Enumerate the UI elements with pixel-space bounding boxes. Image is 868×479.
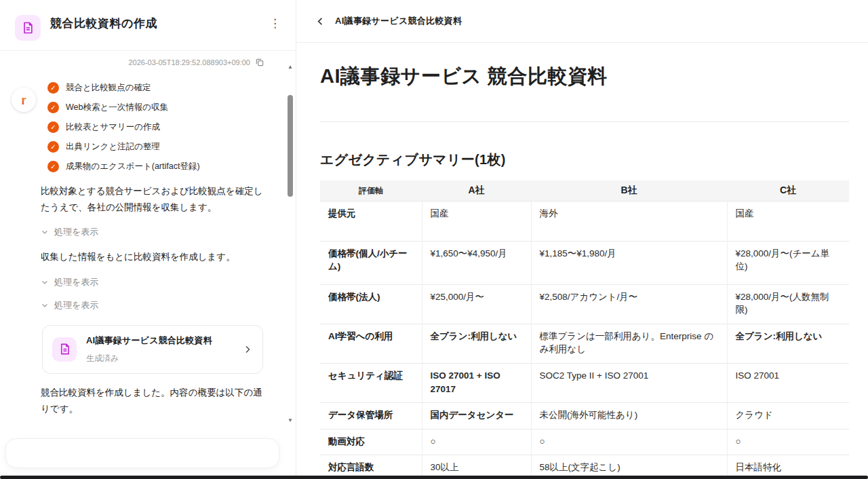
- artifact-viewer: AI議事録サービス競合比較資料 AI議事録サービス 競合比較資料 エグゼクティブ…: [296, 0, 868, 479]
- table-row: データ保管場所 国内データセンター 未公開(海外可能性あり) クラウド: [320, 403, 849, 429]
- check-icon: ✓: [47, 121, 59, 133]
- section-title: エグゼクティブサマリー(1枚): [320, 151, 849, 169]
- chat-input[interactable]: [5, 438, 279, 468]
- row-label: 価格帯(個人/小チーム): [320, 241, 422, 284]
- artifact-card[interactable]: AI議事録サービス競合比較資料 生成済み: [42, 325, 263, 374]
- agent-logo: r: [12, 88, 36, 112]
- chevron-down-icon: [41, 228, 49, 236]
- document-icon: [58, 343, 71, 356]
- left-scrollbar: ▲ ▼: [287, 65, 294, 422]
- cell-a: 国内データセンター: [422, 403, 531, 429]
- show-process-label: 処理を表示: [54, 276, 98, 288]
- check-icon: ✓: [47, 161, 59, 172]
- task-label: 成果物のエクスポート(artifact登録): [66, 161, 200, 172]
- agent-message: 比較対象とする競合サービスおよび比較観点を確定したうえで、各社の公開情報を収集し…: [41, 183, 263, 215]
- cell-b: SOC2 Type II + ISO 27001: [531, 363, 727, 402]
- artifact-status: 生成済み: [86, 353, 212, 364]
- cell-b: 標準プランは一部利用あり。Enterprise のみ利用なし: [531, 324, 727, 363]
- cell-c: ¥28,000/月〜(人数無制限): [727, 284, 849, 324]
- conversation-scroll-area: r ✓ 競合と比較観点の確定 ✓ Web検索と一次情報の収集 ✓ 比較表とサマリ…: [0, 70, 296, 417]
- row-label: AI学習への利用: [320, 324, 422, 363]
- window-bottom-edge: [0, 476, 868, 479]
- show-process-toggle[interactable]: 処理を表示: [41, 226, 296, 238]
- artifact-title: AI議事録サービス競合比較資料: [86, 334, 212, 347]
- copy-icon[interactable]: [255, 58, 264, 67]
- task-item: ✓ 成果物のエクスポート(artifact登録): [47, 161, 296, 172]
- timestamp: 2026-03-05T18:29:52.088903+09:00: [128, 58, 250, 66]
- task-item: ✓ 比較表とサマリーの作成: [47, 121, 296, 133]
- task-label: 競合と比較観点の確定: [66, 82, 151, 94]
- conversation-header: 競合比較資料の作成 ⋮: [0, 0, 296, 51]
- row-label: データ保管場所: [320, 403, 422, 429]
- cell-a: 国産: [422, 202, 531, 242]
- scrollbar-thumb[interactable]: [288, 95, 293, 197]
- cell-c: ¥28,000/月〜(チーム単位): [727, 241, 849, 284]
- page-title: AI議事録サービス 競合比較資料: [320, 63, 849, 90]
- divider: [320, 121, 849, 122]
- table-header-row: 評価軸 A社 B社 C社: [320, 180, 849, 202]
- task-checklist: ✓ 競合と比較観点の確定 ✓ Web検索と一次情報の収集 ✓ 比較表とサマリーの…: [47, 82, 296, 172]
- cell-c: 全プラン:利用しない: [727, 324, 849, 363]
- cell-a: ○: [422, 429, 531, 455]
- column-header: B社: [531, 180, 727, 202]
- back-chevron-icon[interactable]: [311, 12, 330, 31]
- task-item: ✓ 競合と比較観点の確定: [47, 82, 296, 94]
- comparison-table: 評価軸 A社 B社 C社 提供元 国産 海外 国産 価格帯(個人/小チーム): [320, 180, 849, 479]
- scroll-down-arrow-icon[interactable]: ▼: [287, 417, 294, 423]
- cell-a: 全プラン:利用しない: [422, 324, 531, 363]
- task-item: ✓ 出典リンクと注記の整理: [47, 141, 296, 153]
- cell-a: ISO 27001 + ISO 27017: [422, 363, 531, 402]
- app-window: 競合比較資料の作成 ⋮ 2026-03-05T18:29:52.088903+0…: [0, 0, 868, 479]
- cell-c: 国産: [727, 202, 849, 242]
- cell-b: ¥2,508/アカウント/月〜: [531, 284, 727, 324]
- artifact-viewer-header: AI議事録サービス競合比較資料: [296, 0, 868, 43]
- table-row: セキュリティ認証 ISO 27001 + ISO 27017 SOC2 Type…: [320, 363, 849, 402]
- scroll-up-arrow-icon[interactable]: ▲: [287, 64, 294, 70]
- timestamp-row: 2026-03-05T18:29:52.088903+09:00: [0, 51, 296, 70]
- row-label: 提供元: [320, 202, 422, 242]
- table-row: 提供元 国産 海外 国産: [320, 202, 849, 242]
- agent-message: 収集した情報をもとに比較資料を作成します。: [41, 249, 263, 265]
- task-label: Web検索と一次情報の収集: [66, 102, 168, 113]
- cell-c: ○: [727, 429, 849, 455]
- chevron-down-icon: [41, 301, 49, 309]
- column-header: A社: [422, 180, 531, 202]
- cell-a: ¥25,000/月〜: [422, 284, 531, 324]
- document-badge: [15, 15, 41, 41]
- check-icon: ✓: [47, 82, 59, 94]
- document-body: AI議事録サービス 競合比較資料 エグゼクティブサマリー(1枚) 評価軸 A社 …: [296, 43, 868, 479]
- chevron-right-icon: [242, 344, 253, 355]
- row-label: 動画対応: [320, 429, 422, 455]
- table-row: 動画対応 ○ ○ ○: [320, 429, 849, 455]
- task-item: ✓ Web検索と一次情報の収集: [47, 102, 296, 113]
- cell-a: ¥1,650〜¥4,950/月: [422, 241, 531, 284]
- kebab-menu-icon[interactable]: ⋮: [264, 15, 286, 32]
- conversation-title: 競合比較資料の作成: [50, 15, 186, 33]
- check-icon: ✓: [47, 102, 59, 113]
- conversation-panel: 競合比較資料の作成 ⋮ 2026-03-05T18:29:52.088903+0…: [0, 0, 296, 479]
- agent-message: 競合比較資料を作成しました。内容の概要は以下の通りです。: [41, 385, 263, 417]
- table-row: AI学習への利用 全プラン:利用しない 標準プランは一部利用あり。Enterpr…: [320, 324, 849, 363]
- column-header: 評価軸: [320, 180, 422, 202]
- cell-b: ○: [531, 429, 727, 455]
- task-label: 比較表とサマリーの作成: [66, 121, 160, 133]
- cell-b: ¥1,185〜¥1,980/月: [531, 241, 727, 284]
- show-process-toggle[interactable]: 処理を表示: [41, 276, 296, 288]
- row-label: セキュリティ認証: [320, 363, 422, 402]
- row-label: 価格帯(法人): [320, 284, 422, 324]
- cell-c: ISO 27001: [727, 363, 849, 402]
- table-row: 価格帯(法人) ¥25,000/月〜 ¥2,508/アカウント/月〜 ¥28,0…: [320, 284, 849, 324]
- show-process-label: 処理を表示: [54, 226, 98, 238]
- show-process-label: 処理を表示: [54, 299, 98, 311]
- show-process-toggle[interactable]: 処理を表示: [41, 299, 296, 311]
- document-icon: [21, 21, 35, 35]
- cell-c: クラウド: [727, 403, 849, 429]
- column-header: C社: [727, 180, 849, 202]
- cell-b: 海外: [531, 202, 727, 242]
- breadcrumb: AI議事録サービス競合比較資料: [335, 15, 462, 27]
- chevron-down-icon: [41, 278, 49, 286]
- check-icon: ✓: [47, 141, 59, 153]
- table-row: 価格帯(個人/小チーム) ¥1,650〜¥4,950/月 ¥1,185〜¥1,9…: [320, 241, 849, 284]
- cell-b: 未公開(海外可能性あり): [531, 403, 727, 429]
- document-badge: [52, 337, 77, 362]
